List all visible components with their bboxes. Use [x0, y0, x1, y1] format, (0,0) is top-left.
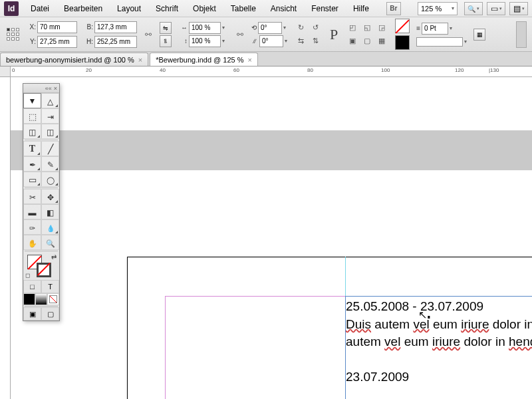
preview-view-button[interactable]: ▢ [41, 307, 59, 321]
menu-datei[interactable]: Datei [24, 1, 56, 16]
text-line[interactable]: 25.05.2008 - 23.07.2009 [346, 298, 532, 316]
free-transform-tool[interactable] [41, 189, 59, 204]
h-input[interactable]: 252,25 mm [94, 36, 137, 48]
text-frame[interactable]: 25.05.2008 - 23.07.2009 Duis autem vel e… [345, 296, 532, 399]
flip-v-icon[interactable]: ⇅ [309, 35, 322, 47]
select-prev-icon[interactable]: ◲ [375, 22, 388, 34]
line-icon [48, 144, 53, 154]
center-content-icon[interactable]: ▦ [375, 35, 388, 47]
rotate-ccw-icon[interactable]: ↺ [309, 22, 322, 34]
horizontal-ruler[interactable]: 0 20 40 60 80 100 120 |130 [0, 66, 532, 77]
ruler-tick-label: 20 [86, 67, 92, 73]
apply-color-button[interactable] [23, 293, 35, 305]
page-tool[interactable] [23, 108, 41, 124]
stroke-swatch[interactable] [395, 35, 410, 50]
document-tab[interactable]: bewerbung-anonymisiert.indd @ 100 % × [0, 53, 148, 66]
menu-hilfe[interactable]: Hilfe [346, 1, 376, 16]
normal-view-button[interactable]: ▣ [23, 307, 41, 321]
chevron-down-icon[interactable]: ▾ [283, 25, 286, 31]
pencil-tool[interactable] [41, 156, 59, 172]
select-container-icon[interactable]: ◰ [346, 22, 359, 34]
tools-panel-header[interactable]: «« × [23, 84, 59, 93]
frame-icon [29, 126, 36, 137]
apply-none-button[interactable] [47, 293, 59, 305]
stroke-style-dropdown[interactable] [416, 37, 463, 47]
stroke-weight-input[interactable]: 0 Pt [422, 23, 448, 35]
screen-mode-button[interactable] [487, 2, 505, 15]
reference-point[interactable] [5, 21, 21, 48]
gradient-feather-tool[interactable] [41, 204, 59, 219]
direct-selection-tool[interactable] [41, 93, 59, 108]
text-line[interactable]: 23.07.2009 [346, 368, 532, 386]
selection-tool[interactable] [23, 93, 41, 108]
fill-swatch[interactable] [395, 19, 410, 33]
hand-tool[interactable] [23, 235, 41, 250]
apply-gradient-button[interactable] [35, 293, 47, 305]
close-icon[interactable]: × [54, 85, 57, 92]
flip-h-icon[interactable]: ⇆ [294, 35, 307, 47]
rectangle-frame-tool[interactable] [23, 172, 41, 187]
y-input[interactable]: 27,25 mm [37, 36, 77, 48]
chevron-down-icon[interactable]: ▾ [450, 25, 452, 31]
panel-dock[interactable] [516, 21, 527, 48]
scissors-tool[interactable] [23, 189, 41, 204]
vertical-ruler[interactable] [0, 77, 11, 399]
chevron-down-icon[interactable]: ▾ [285, 38, 287, 44]
content-placer-tool[interactable] [41, 124, 59, 139]
close-icon[interactable]: × [138, 56, 142, 64]
eyedropper-tool[interactable] [41, 219, 59, 235]
line-tool[interactable] [41, 141, 59, 156]
w-input[interactable]: 127,3 mm [94, 21, 137, 33]
constrain-wh-icon[interactable]: ⚯ [144, 21, 153, 48]
menu-fenster[interactable]: Fenster [305, 1, 345, 16]
ruler-origin[interactable] [0, 66, 11, 77]
document-canvas[interactable]: 25.05.2008 - 23.07.2009 Duis autem vel e… [11, 77, 532, 399]
fit-content-icon[interactable]: ▣ [346, 35, 359, 47]
formatting-container-button[interactable]: □ [23, 280, 41, 293]
rotation-input[interactable]: 0° [258, 22, 282, 34]
gradient-swatch-tool[interactable] [23, 204, 41, 219]
rotate-cw-icon[interactable]: ↻ [294, 22, 307, 34]
constrain-scale-icon[interactable]: ⚯ [235, 21, 245, 48]
default-colors-icon[interactable]: ◻ [25, 272, 30, 279]
effects-button[interactable]: ▦ [473, 29, 485, 41]
fit-frame-icon[interactable]: ▢ [360, 35, 374, 47]
chevron-down-icon[interactable]: ▾ [222, 25, 229, 31]
flip-horizontal-button[interactable]: ⇋ [160, 22, 172, 34]
document-tab[interactable]: *Bewerbung.indd @ 125 % × [150, 53, 258, 66]
flip-vertical-button[interactable]: ⥮ [160, 35, 172, 47]
menu-ansicht[interactable]: Ansicht [264, 1, 303, 16]
type-tool[interactable] [23, 141, 41, 156]
stroke-color-swatch[interactable] [37, 263, 51, 277]
text-line[interactable]: Duis autem vel eum iriure dolor in h [346, 316, 532, 334]
swap-colors-icon[interactable]: ⇄ [51, 253, 57, 261]
content-collector-tool[interactable] [23, 124, 41, 139]
scale-y-input[interactable]: 100 % [189, 35, 221, 47]
menu-bearbeiten[interactable]: Bearbeiten [57, 1, 109, 16]
shear-input[interactable]: 0° [259, 35, 283, 47]
formatting-text-button[interactable]: T [41, 280, 59, 293]
menu-layout[interactable]: Layout [110, 1, 148, 16]
close-icon[interactable]: × [247, 56, 251, 64]
bridge-button[interactable]: Br [386, 2, 401, 15]
chevron-down-icon[interactable]: ▾ [222, 38, 229, 44]
zoom-tool[interactable] [41, 235, 59, 250]
select-content-icon[interactable]: ◱ [360, 22, 374, 34]
scale-x-input[interactable]: 100 % [189, 22, 221, 34]
menu-schrift[interactable]: Schrift [149, 1, 185, 16]
menu-objekt[interactable]: Objekt [186, 1, 223, 16]
pen-tool[interactable] [23, 156, 41, 172]
ruler-tick-label: 120 [455, 67, 464, 73]
text-line[interactable]: autem vel eum iriure dolor in hend [346, 333, 532, 351]
ellipse-tool[interactable] [41, 172, 59, 187]
zoom-level-field[interactable]: 125 % [418, 2, 458, 15]
note-tool[interactable] [23, 219, 41, 235]
arrange-docs-button[interactable] [509, 2, 528, 15]
collapse-icon[interactable]: «« [45, 85, 52, 92]
search-menu-button[interactable] [464, 2, 483, 15]
gap-tool[interactable] [41, 108, 59, 124]
menu-tabelle[interactable]: Tabelle [224, 1, 263, 16]
x-input[interactable]: 70 mm [37, 21, 77, 33]
chevron-down-icon[interactable]: ▾ [464, 39, 467, 45]
fill-stroke-swatches[interactable]: ⇄ ◻ [23, 252, 59, 280]
